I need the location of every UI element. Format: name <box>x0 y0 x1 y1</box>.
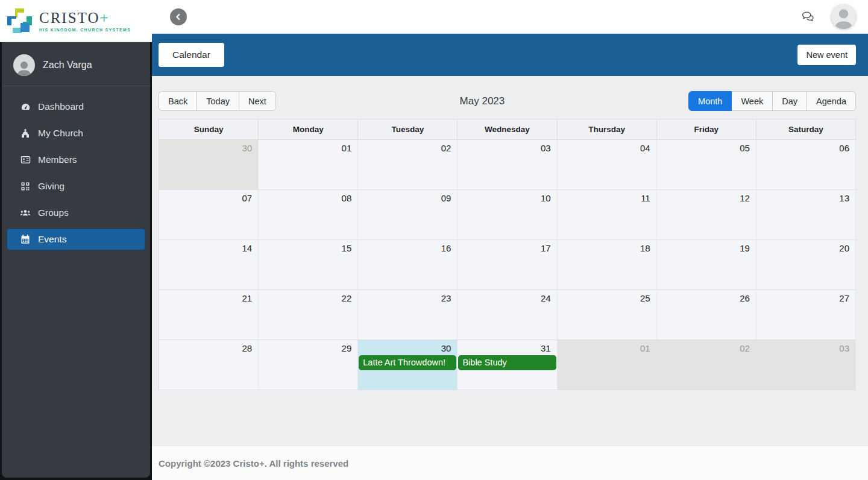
view-button-day[interactable]: Day <box>772 91 807 111</box>
sidebar-item-giving[interactable]: Giving <box>7 175 145 197</box>
calendar-day-cell[interactable]: 11 <box>558 190 657 240</box>
weekday-header-sunday: Sunday <box>159 119 259 140</box>
calendar-day-cell[interactable]: 29 <box>259 340 358 390</box>
calendar-day-cell[interactable]: 03 <box>458 140 557 190</box>
day-number: 20 <box>756 240 855 254</box>
calendar-day-cell[interactable]: 23 <box>358 290 458 340</box>
day-number: 13 <box>756 190 855 204</box>
groups-icon <box>20 208 31 218</box>
weekday-header-thursday: Thursday <box>558 119 657 140</box>
calendar-day-cell[interactable]: 03 <box>756 340 856 390</box>
calendar-grid: SundayMondayTuesdayWednesdayThursdayFrid… <box>159 119 856 390</box>
dashboard-icon <box>20 102 31 112</box>
view-button-agenda[interactable]: Agenda <box>807 91 856 111</box>
day-number: 11 <box>558 190 656 204</box>
new-event-button[interactable]: New event <box>797 45 856 65</box>
day-number: 19 <box>657 240 756 254</box>
calendar-tab[interactable]: Calendar <box>159 43 224 67</box>
day-number: 02 <box>657 340 756 355</box>
sidebar-item-label: Groups <box>38 207 69 218</box>
calendar-day-cell[interactable]: 01 <box>259 140 358 190</box>
view-button-week[interactable]: Week <box>731 91 773 111</box>
calendar-day-cell[interactable]: 01 <box>558 340 657 390</box>
user-name: Zach Varga <box>43 60 92 71</box>
day-number: 04 <box>558 140 656 154</box>
calendar-day-cell[interactable]: 08 <box>259 190 358 240</box>
brand-tagline: HIS KINGDOM. CHURCH SYSTEMS <box>39 28 131 32</box>
calendar-day-cell[interactable]: 14 <box>159 240 259 290</box>
day-number: 14 <box>159 240 258 254</box>
calendar-day-cell[interactable]: 09 <box>358 190 458 240</box>
calendar-content: Back Today Next May 2023 MonthWeekDayAge… <box>152 76 868 446</box>
day-number: 17 <box>458 240 556 254</box>
calendar-day-cell[interactable]: 31Bible Study <box>458 340 557 390</box>
calendar-day-cell[interactable]: 16 <box>358 240 458 290</box>
calendar-day-cell[interactable]: 30Latte Art Throwdown! <box>358 340 458 390</box>
calendar-day-cell[interactable]: 04 <box>558 140 657 190</box>
day-number: 23 <box>358 290 457 305</box>
day-number: 02 <box>358 140 457 154</box>
members-icon <box>20 155 31 165</box>
calendar-day-cell[interactable]: 28 <box>159 340 259 390</box>
sidebar-item-label: Dashboard <box>38 101 84 112</box>
profile-avatar[interactable] <box>831 4 856 29</box>
calendar-day-cell[interactable]: 17 <box>458 240 557 290</box>
calendar-day-cell[interactable]: 02 <box>657 340 756 390</box>
day-number: 05 <box>657 140 756 154</box>
event-pill[interactable]: Bible Study <box>458 355 556 370</box>
calendar-day-cell[interactable]: 18 <box>558 240 657 290</box>
back-icon[interactable] <box>170 8 187 25</box>
day-number: 30 <box>159 140 258 154</box>
day-number: 28 <box>159 340 258 355</box>
messages-icon[interactable] <box>801 11 816 23</box>
brand-logo[interactable]: CRISTO+ HIS KINGDOM. CHURCH SYSTEMS <box>0 0 152 42</box>
calendar-day-cell[interactable]: 13 <box>756 190 856 240</box>
day-number: 30 <box>358 340 457 355</box>
calendar-day-cell[interactable]: 06 <box>756 140 856 190</box>
day-number: 07 <box>159 190 258 204</box>
topbar <box>152 0 868 34</box>
calendar-day-cell[interactable]: 05 <box>657 140 756 190</box>
today-button[interactable]: Today <box>197 91 239 111</box>
sidebar-item-my-church[interactable]: My Church <box>7 122 145 144</box>
day-number: 27 <box>756 290 855 305</box>
day-number: 10 <box>458 190 556 204</box>
sidebar-item-label: Giving <box>38 181 64 192</box>
calendar-day-cell[interactable]: 10 <box>458 190 557 240</box>
calendar-day-cell[interactable]: 22 <box>259 290 358 340</box>
calendar-toolbar: Back Today Next May 2023 MonthWeekDayAge… <box>159 91 856 111</box>
calendar-day-cell[interactable]: 02 <box>358 140 458 190</box>
calendar-day-cell[interactable]: 07 <box>159 190 259 240</box>
footer: Copyright ©2023 Cristo+. All rights rese… <box>152 446 868 480</box>
brand-name: CRISTO+ <box>39 10 131 25</box>
calendar-day-cell[interactable]: 30 <box>159 140 259 190</box>
sidebar-item-members[interactable]: Members <box>7 149 145 171</box>
sidebar-item-events[interactable]: Events <box>7 229 145 250</box>
weekday-header-friday: Friday <box>657 119 756 140</box>
calendar-day-cell[interactable]: 21 <box>159 290 259 340</box>
calendar-day-cell[interactable]: 15 <box>259 240 358 290</box>
calendar-day-cell[interactable]: 26 <box>657 290 756 340</box>
calendar-day-cell[interactable]: 24 <box>458 290 557 340</box>
day-number: 21 <box>159 290 258 305</box>
sidebar-item-label: My Church <box>38 128 83 139</box>
calendar-day-cell[interactable]: 19 <box>657 240 756 290</box>
event-pill[interactable]: Latte Art Throwdown! <box>359 355 456 370</box>
calendar-day-cell[interactable]: 20 <box>756 240 856 290</box>
sidebar-item-groups[interactable]: Groups <box>7 202 145 224</box>
calendar-day-cell[interactable]: 12 <box>657 190 756 240</box>
sidebar-item-dashboard[interactable]: Dashboard <box>7 96 145 118</box>
copyright-text: Copyright ©2023 Cristo+. All rights rese… <box>159 458 348 469</box>
calendar-day-cell[interactable]: 25 <box>558 290 657 340</box>
back-button[interactable]: Back <box>159 91 197 111</box>
next-button[interactable]: Next <box>239 91 276 111</box>
day-number: 01 <box>259 140 357 154</box>
day-number: 06 <box>756 140 855 154</box>
calendar-day-cell[interactable]: 27 <box>756 290 856 340</box>
weekday-header-monday: Monday <box>259 119 358 140</box>
page-header-bar: Calendar New event <box>152 34 868 76</box>
view-button-month[interactable]: Month <box>688 91 732 111</box>
user-profile[interactable]: Zach Varga <box>2 42 150 86</box>
weekday-header-tuesday: Tuesday <box>358 119 458 140</box>
day-number: 15 <box>259 240 357 254</box>
